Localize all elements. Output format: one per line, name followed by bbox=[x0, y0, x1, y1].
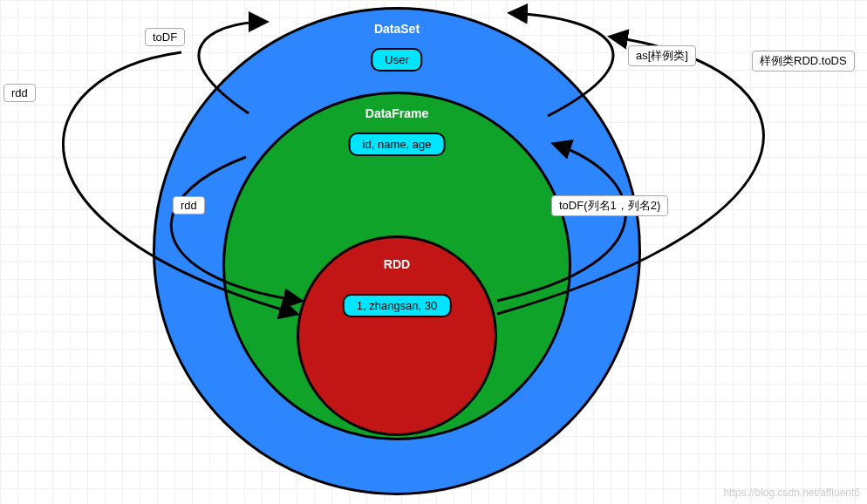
ring-rdd-sample: 1, zhangsan, 30 bbox=[343, 294, 452, 317]
ring-rdd-title: RDD bbox=[299, 257, 495, 271]
diagram-canvas: DataSet User DataFrame id, name, age RDD… bbox=[0, 0, 867, 504]
label-toDF-cols: toDF(列名1，列名2) bbox=[551, 195, 668, 216]
watermark: https://blog.csdn.net/affluent6 bbox=[723, 487, 860, 499]
label-as-sample: as[样例类] bbox=[628, 45, 696, 66]
ring-dataset-title: DataSet bbox=[155, 22, 638, 36]
label-rdd-mid: rdd bbox=[173, 196, 205, 215]
label-rdd-left: rdd bbox=[3, 84, 36, 102]
ring-dataset-sample: User bbox=[371, 48, 422, 72]
ring-rdd: RDD 1, zhangsan, 30 bbox=[297, 235, 497, 436]
label-sample-rdd-tods: 样例类RDD.toDS bbox=[752, 51, 855, 72]
label-toDF: toDF bbox=[145, 28, 185, 46]
ring-dataframe-title: DataFrame bbox=[225, 106, 569, 120]
ring-dataframe-sample: id, name, age bbox=[349, 133, 446, 156]
